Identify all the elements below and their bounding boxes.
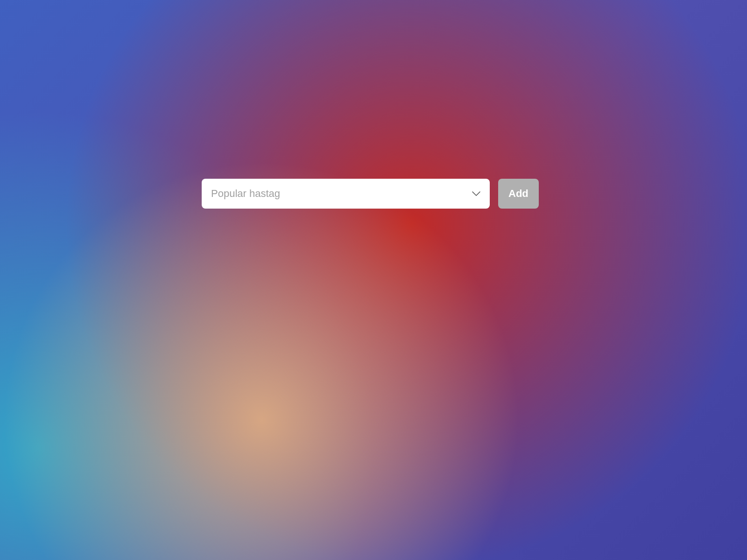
select-placeholder: Popular hastag	[211, 188, 472, 200]
hashtag-select[interactable]: Popular hastag	[202, 179, 490, 209]
chevron-down-icon	[472, 189, 480, 198]
add-button[interactable]: Add	[498, 179, 539, 209]
hashtag-form: Popular hastag Add	[202, 179, 539, 209]
add-button-label: Add	[508, 188, 529, 200]
